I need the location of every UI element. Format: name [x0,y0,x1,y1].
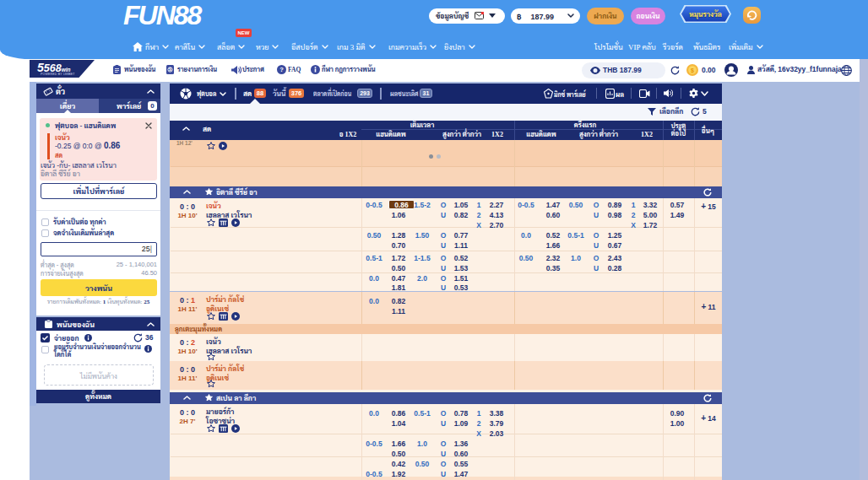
svg-text:$: $ [169,67,171,72]
svg-text:?: ? [279,66,284,73]
svg-text:$: $ [691,67,694,74]
